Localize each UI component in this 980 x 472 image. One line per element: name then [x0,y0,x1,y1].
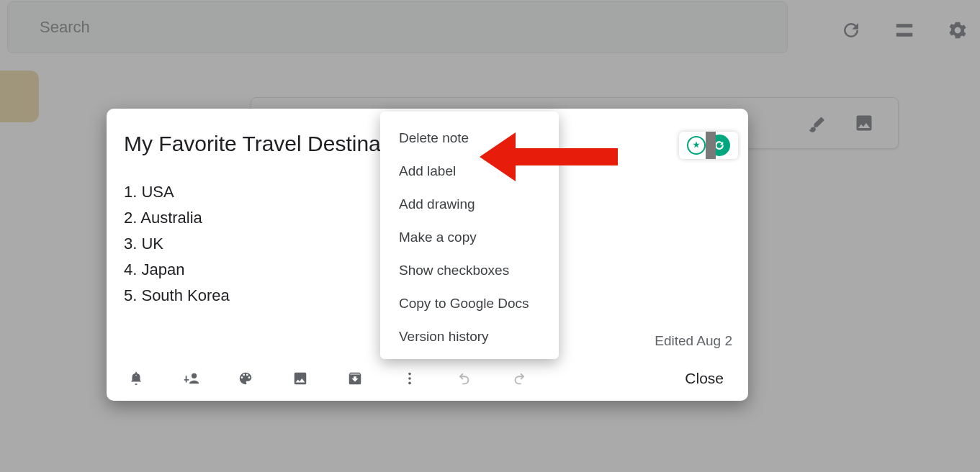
grammarly-g-icon [709,135,730,156]
close-button[interactable]: Close [673,364,735,393]
redo-button[interactable] [503,362,536,395]
menu-item-add-label[interactable]: Add label [380,155,559,188]
collaborator-button[interactable] [174,362,207,395]
more-button[interactable] [393,362,426,395]
settings-button[interactable] [940,13,975,47]
menu-item-show-checkboxes[interactable]: Show checkboxes [380,254,559,287]
refresh-button[interactable] [834,13,868,47]
menu-item-delete-note[interactable]: Delete note [380,122,559,155]
svg-point-0 [408,373,411,376]
grammarly-badge[interactable] [679,132,738,159]
background-options-button[interactable] [229,362,262,395]
search-input[interactable] [40,18,688,37]
lights-tile [0,71,39,122]
svg-point-2 [408,382,411,385]
more-dropdown-menu: Delete note Add label Add drawing Make a… [380,112,559,359]
undo-button[interactable] [448,362,481,395]
note-line: 4. Japan [124,257,230,283]
list-view-button[interactable] [887,13,922,47]
grammarly-ideas-icon [687,136,706,155]
menu-item-make-a-copy[interactable]: Make a copy [380,221,559,254]
note-line: 3. UK [124,231,230,257]
menu-item-add-drawing[interactable]: Add drawing [380,188,559,221]
menu-item-copy-to-google-docs[interactable]: Copy to Google Docs [380,287,559,320]
note-body[interactable]: 1. USA 2. Australia 3. UK 4. Japan 5. So… [124,179,230,309]
svg-point-1 [408,377,411,380]
add-image-button[interactable] [284,362,317,395]
note-line: 5. South Korea [124,283,230,309]
note-line: 2. Australia [124,205,230,231]
image-icon[interactable] [852,111,876,135]
note-line: 1. USA [124,179,230,205]
archive-button[interactable] [338,362,372,395]
note-edited-timestamp: Edited Aug 2 [655,333,732,349]
menu-item-version-history[interactable]: Version history [380,320,559,353]
remind-me-button[interactable] [120,362,153,395]
search-bar[interactable] [7,1,788,53]
brush-icon[interactable] [804,111,829,135]
note-toolbar: Close [107,356,748,401]
